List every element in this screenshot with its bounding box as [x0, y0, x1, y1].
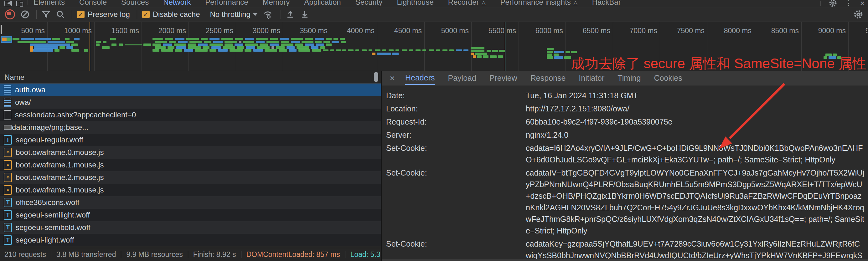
waterfall-bar — [348, 50, 353, 51]
request-row[interactable]: Tsegoeui-semilight.woff — [0, 209, 381, 221]
request-row[interactable]: sessiondata.ashx?appcacheclient=0 — [0, 108, 381, 121]
details-tab-strip: × HeadersPayloadPreviewResponseInitiator… — [382, 71, 868, 86]
tab-performance-insights[interactable]: Performance insights△ — [500, 0, 578, 7]
more-options-kebab-icon[interactable]: ⋮ — [845, 0, 852, 6]
waterfall-bar — [342, 50, 346, 51]
tab-security[interactable]: Security — [355, 0, 383, 7]
disable-cache-checkbox[interactable]: ✓ Disable cache — [142, 10, 200, 19]
tab-recorder[interactable]: Recorder△ — [448, 0, 486, 7]
waterfall-bar — [257, 46, 270, 49]
request-name: segoeui-regular.woff — [16, 135, 83, 144]
throttling-dropdown[interactable]: No throttling — [206, 10, 257, 19]
waterfall-bar — [65, 38, 69, 40]
overview-selection-handle[interactable] — [1, 25, 2, 34]
details-tab-cookies[interactable]: Cookies — [654, 71, 682, 85]
request-row[interactable]: Tsegoeui-semibold.woff — [0, 221, 381, 234]
waterfall-bar — [492, 50, 498, 52]
preserve-log-checkbox[interactable]: ✓ Preserve log — [77, 10, 130, 19]
checkbox-checked-icon[interactable]: ✓ — [77, 11, 85, 18]
request-row[interactable]: Tsegoeui-light.woff — [0, 234, 381, 246]
script-icon: ‹› — [4, 173, 12, 182]
waterfall-bar — [297, 46, 309, 49]
waterfall-bar — [30, 49, 33, 52]
waterfall-bar — [229, 49, 243, 52]
waterfall-bar — [119, 43, 123, 46]
request-row[interactable]: ‹›boot.owaframe.3.mouse.js — [0, 184, 381, 196]
waterfall-bar — [155, 46, 166, 49]
tab-hackbar[interactable]: HackBar — [592, 0, 621, 7]
request-row[interactable]: ‹›boot.owaframe.0.mouse.js — [0, 146, 381, 159]
header-value[interactable]: Tue, 16 Jan 2024 11:31:18 GMT — [526, 90, 865, 101]
waterfall-bar — [291, 41, 300, 43]
request-row[interactable]: data:image/png;base... — [0, 121, 381, 134]
tab-memory[interactable]: Memory — [263, 0, 290, 7]
tab-elements[interactable]: Elements — [33, 0, 65, 7]
waterfall-bar — [316, 43, 324, 46]
tab-performance[interactable]: Performance — [205, 0, 248, 7]
request-row[interactable]: Toffice365icons.woff — [0, 196, 381, 209]
details-tab-preview[interactable]: Preview — [489, 71, 517, 85]
close-details-icon[interactable]: × — [386, 71, 399, 85]
ruler-tick-label: 7000 ms — [610, 27, 657, 35]
waterfall-bar — [178, 41, 188, 43]
image-icon — [4, 125, 12, 130]
tab-network[interactable]: Network — [163, 0, 191, 7]
header-row: Request-Id:60bba10e-b9c2-4f97-939c-190a5… — [386, 116, 866, 128]
details-tab-headers[interactable]: Headers — [405, 71, 435, 85]
horizontal-scrollbar-track[interactable] — [382, 259, 868, 261]
header-value[interactable]: nginx/1.24.0 — [526, 129, 865, 141]
clear-network-log-button[interactable] — [21, 10, 29, 19]
waterfall-bar — [456, 50, 462, 51]
request-name: segoeui-light.woff — [16, 236, 74, 244]
request-row[interactable]: auth.owa — [0, 84, 381, 96]
import-har-icon[interactable] — [286, 10, 294, 19]
summary-separator — [188, 251, 188, 258]
request-name: auth.owa — [15, 86, 45, 94]
export-har-icon[interactable] — [300, 10, 309, 19]
request-row[interactable]: Tsegoeui-regular.woff — [0, 134, 381, 146]
header-value[interactable]: http://172.17.2.151:8080/owa/ — [526, 103, 865, 115]
request-row[interactable]: ‹›boot.owaframe.2.mouse.js — [0, 171, 381, 184]
network-overview-timeline[interactable]: 成功去除了 secure 属性和 SameSite=None 属性 500 ms… — [0, 22, 868, 71]
tab-application[interactable]: Application — [304, 0, 341, 7]
header-value[interactable]: cadataIV=btTgGBQFD4GVgT9ylptLOWYNo0GEnaX… — [526, 167, 865, 237]
waterfall-bar — [279, 49, 287, 52]
device-toolbar-icon[interactable] — [16, 1, 23, 6]
warning-triangle-icon: △ — [482, 0, 486, 6]
tab-sources[interactable]: Sources — [121, 0, 149, 7]
waterfall-bar — [213, 41, 223, 43]
waterfall-bar — [565, 51, 570, 53]
header-value[interactable]: cadata=I6H2Ao4xryO/IA+9JLF/CwG+C+boHDiG9… — [526, 142, 865, 166]
inspect-element-icon[interactable] — [4, 1, 12, 6]
network-settings-gear-icon[interactable] — [854, 10, 863, 19]
tab-console[interactable]: Console — [79, 0, 107, 7]
request-row[interactable]: ‹›boot.owaframe.1.mouse.js — [0, 159, 381, 171]
waterfall-bar — [487, 50, 491, 52]
close-devtools-icon[interactable]: × — [860, 0, 865, 6]
network-conditions-icon[interactable] — [263, 10, 274, 19]
header-value[interactable]: cadataKey=gzqpaa5SjYQthafL9UEV+t7A7289cC… — [526, 238, 865, 261]
filter-icon[interactable] — [42, 10, 51, 19]
dcl-marker-line — [90, 22, 90, 71]
record-network-log-button[interactable] — [5, 9, 15, 20]
details-tab-payload[interactable]: Payload — [448, 71, 476, 85]
search-icon[interactable] — [56, 10, 65, 19]
waterfall-bar — [175, 49, 182, 52]
waterfall-bar — [415, 50, 421, 51]
tab-lighthouse[interactable]: Lighthouse — [397, 0, 433, 7]
scrollbar-thumb[interactable] — [374, 72, 378, 82]
ruler-tick-label: 5500 ms — [468, 27, 516, 35]
settings-gear-icon[interactable] — [829, 0, 837, 7]
details-tab-response[interactable]: Response — [530, 71, 566, 85]
checkbox-checked-icon[interactable]: ✓ — [142, 11, 150, 18]
waterfall-bar — [291, 38, 303, 40]
request-name: office365icons.woff — [16, 198, 79, 207]
waterfall-bar — [340, 38, 345, 40]
name-column-header[interactable]: Name — [0, 71, 381, 84]
details-tab-timing[interactable]: Timing — [618, 71, 641, 85]
request-row[interactable]: owa/ — [0, 96, 381, 108]
waterfall-bar — [270, 43, 279, 46]
header-value[interactable]: 60bba10e-b9c2-4f97-939c-190a5390075e — [526, 116, 865, 128]
details-tab-initiator[interactable]: Initiator — [579, 71, 604, 85]
waterfall-bar — [33, 49, 53, 52]
